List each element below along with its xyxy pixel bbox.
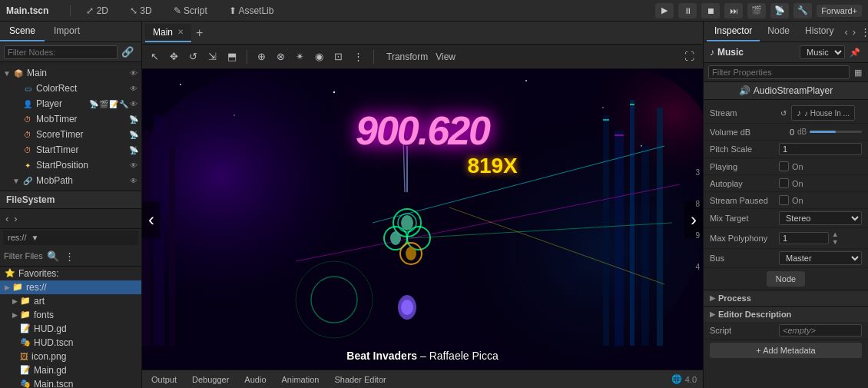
pause-button[interactable]: ⏸: [678, 3, 697, 18]
folder-icon-fonts: 📁: [20, 310, 31, 320]
guides-btn[interactable]: ✴: [292, 49, 308, 64]
fs-path-text: res://: [8, 233, 26, 242]
pivot-btn[interactable]: ⊕: [253, 49, 270, 64]
tab-node[interactable]: Node: [760, 22, 797, 41]
btn-3d[interactable]: ⤡ 3D: [124, 4, 158, 18]
pitch-scale-input[interactable]: [779, 143, 862, 155]
toolbar-sep-2: [373, 50, 374, 64]
filter-nodes-input[interactable]: [4, 45, 118, 59]
playing-checkbox[interactable]: [779, 161, 789, 171]
inspector-filter-expand-btn[interactable]: ▦: [853, 66, 863, 79]
fs-back-btn[interactable]: ‹: [4, 211, 10, 226]
prop-label-stream-paused: Stream Paused: [710, 196, 779, 205]
fs-filter-menu[interactable]: ⋮: [63, 249, 76, 264]
prop-row-bus: Bus Master: [704, 249, 868, 268]
autoplay-checkbox[interactable]: [779, 178, 789, 188]
bottom-tab-audio[interactable]: Audio: [241, 373, 269, 386]
btn-script[interactable]: ✎ Script: [167, 4, 214, 18]
scene-tree: ▼ 📦 Main 👁 ▭ ColorRect 👁 👤 Player: [0, 62, 141, 191]
step-button[interactable]: ⏭: [724, 3, 743, 18]
inspector-menu-btn[interactable]: ⋮: [859, 25, 868, 39]
svg-rect-17: [615, 134, 624, 136]
tab-import[interactable]: Import: [45, 22, 89, 41]
process-section-header[interactable]: ▶ Process: [704, 290, 868, 306]
snap-btn[interactable]: ◉: [311, 49, 327, 64]
nav-left-arrow[interactable]: ‹: [142, 201, 161, 238]
spinner-up[interactable]: ▲: [832, 230, 839, 238]
inspector-prev-btn[interactable]: ‹: [843, 25, 849, 39]
stream-reset-btn[interactable]: ↺: [779, 108, 788, 119]
fs-item-hudtscn[interactable]: 🎭 HUD.tscn: [0, 336, 141, 350]
tree-item-startposition[interactable]: ✦ StartPosition 👁: [0, 158, 141, 173]
tree-item-colorrect[interactable]: ▭ ColorRect 👁: [0, 81, 141, 96]
fs-item-fonts[interactable]: ▶ 📁 fonts: [0, 308, 141, 322]
tree-item-mobtimer[interactable]: ⏱ MobTimer 📡: [0, 111, 141, 127]
debug-button[interactable]: 🔧: [793, 3, 812, 18]
forward-dropdown[interactable]: Forward+: [817, 5, 862, 17]
fs-path-menu[interactable]: ▼: [29, 232, 40, 244]
tab-inspector[interactable]: Inspector: [707, 22, 760, 41]
polyphony-spinner[interactable]: ▲ ▼: [832, 230, 839, 246]
music-dropdown[interactable]: Music: [800, 45, 845, 59]
fs-item-maintscn[interactable]: 🎭 Main.tscn: [0, 377, 141, 389]
tree-item-player[interactable]: 👤 Player 📡🎬📝🔧👁: [0, 96, 141, 111]
max-polyphony-input[interactable]: [779, 232, 829, 244]
fs-item-res[interactable]: ▶ 📁 res://: [0, 280, 141, 294]
remote-button[interactable]: 📡: [770, 3, 789, 18]
fs-item-maingd[interactable]: 📝 Main.gd: [0, 363, 141, 377]
add-tab-button[interactable]: +: [191, 26, 207, 40]
tree-item-main[interactable]: ▼ 📦 Main 👁: [0, 65, 141, 81]
tree-label-colorrect: ColorRect: [36, 83, 129, 94]
bottom-tab-output[interactable]: Output: [148, 373, 180, 386]
more-tools-btn[interactable]: ⋮: [350, 49, 367, 64]
stream-paused-on-label: On: [792, 196, 803, 205]
bottom-tab-shader[interactable]: Shader Editor: [331, 373, 389, 386]
eye-icon-startposition: 👁: [129, 161, 138, 170]
rotate-tool-btn[interactable]: ↺: [185, 49, 201, 64]
tree-arrow-main: ▼: [3, 69, 12, 78]
volume-slider[interactable]: [810, 131, 862, 133]
inspector-filter-input[interactable]: [708, 65, 850, 79]
scene-link-icon[interactable]: 🔗: [120, 45, 135, 59]
rulers-btn[interactable]: ⊡: [330, 49, 346, 64]
music-pin-btn[interactable]: 📌: [848, 46, 862, 59]
bottom-tab-debugger[interactable]: Debugger: [189, 373, 232, 386]
view-label[interactable]: View: [436, 51, 456, 62]
tab-history[interactable]: History: [797, 22, 841, 41]
rect-tool-btn[interactable]: ⬒: [224, 49, 240, 64]
tab-main[interactable]: Main ✕: [145, 24, 191, 42]
spinner-down[interactable]: ▼: [832, 238, 839, 246]
bottom-tab-animation[interactable]: Animation: [279, 373, 323, 386]
svg-rect-14: [641, 146, 649, 346]
btn-2d[interactable]: ⤢ 2D: [80, 4, 114, 18]
fs-forward-btn[interactable]: ›: [12, 211, 18, 226]
fs-search-btn[interactable]: 🔍: [45, 249, 61, 264]
mix-target-select[interactable]: Stereo Surround Center: [779, 211, 862, 225]
add-metadata-button[interactable]: + Add Metadata: [710, 343, 862, 358]
select-tool-btn[interactable]: ↖: [147, 49, 163, 64]
movie-button[interactable]: 🎬: [747, 3, 766, 18]
tab-scene[interactable]: Scene: [0, 22, 45, 41]
tab-close-icon[interactable]: ✕: [177, 28, 184, 36]
script-input[interactable]: [779, 324, 862, 337]
stop-button[interactable]: ⏹: [701, 3, 720, 18]
grid-btn[interactable]: ⊗: [273, 49, 289, 64]
play-button[interactable]: ▶: [655, 3, 674, 18]
tree-item-mobpath[interactable]: ▼ 🔗 MobPath 👁: [0, 173, 141, 188]
fs-item-hudgd[interactable]: 📝 HUD.gd: [0, 322, 141, 336]
inspector-next-btn[interactable]: ›: [851, 25, 857, 39]
scale-tool-btn[interactable]: ⇲: [204, 49, 220, 64]
maximize-viewport-btn[interactable]: ⛶: [681, 49, 698, 64]
editor-desc-section-header[interactable]: ▶ Editor Description: [704, 306, 868, 322]
fs-item-icon[interactable]: 🖼 icon.png: [0, 350, 141, 363]
node-button[interactable]: Node: [767, 271, 805, 287]
tree-item-scoretimer[interactable]: ⏱ ScoreTimer 📡: [0, 127, 141, 142]
move-tool-btn[interactable]: ✥: [166, 49, 182, 64]
stream-preview[interactable]: ♪ ♪ House In ...: [791, 105, 855, 121]
btn-assetlib[interactable]: ⬆ AssetLib: [223, 4, 280, 18]
tree-item-starttimer[interactable]: ⏱ StartTimer 📡: [0, 142, 141, 158]
fs-item-art[interactable]: ▶ 📁 art: [0, 294, 141, 308]
favorites-icon: ⭐: [5, 268, 15, 278]
bus-select[interactable]: Master: [779, 251, 862, 265]
stream-paused-checkbox[interactable]: [779, 195, 789, 205]
